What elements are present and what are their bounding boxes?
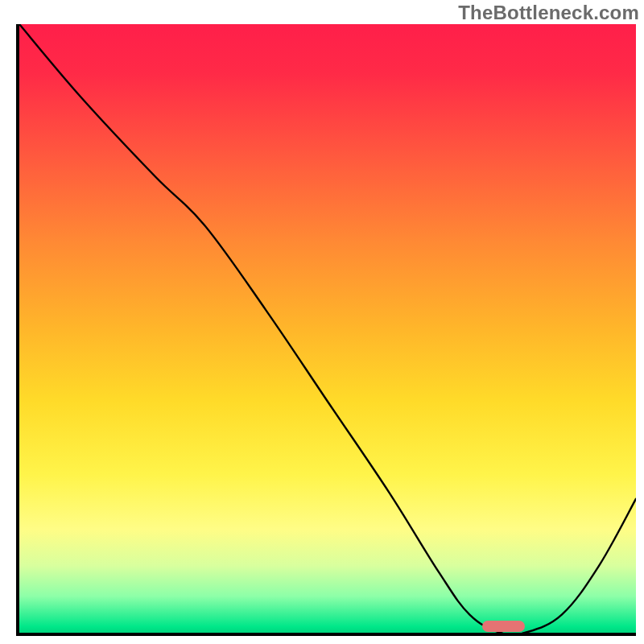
attribution-label: TheBottleneck.com xyxy=(458,2,639,24)
optimal-range-marker xyxy=(482,621,526,632)
plot-area xyxy=(16,24,636,636)
curve-layer xyxy=(19,24,636,633)
bottleneck-chart: TheBottleneck.com xyxy=(0,0,644,644)
bottleneck-curve xyxy=(19,24,636,633)
